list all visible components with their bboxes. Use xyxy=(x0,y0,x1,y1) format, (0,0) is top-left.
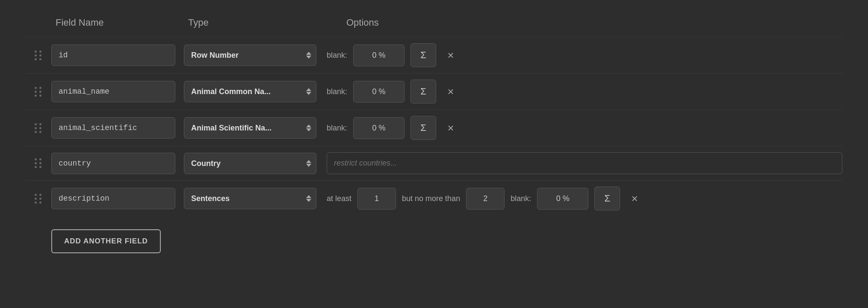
drag-handle[interactable] xyxy=(26,194,51,204)
table-row: Animal Common Na... blank: Σ × xyxy=(26,73,842,110)
type-select[interactable]: Country xyxy=(184,153,316,174)
options-area: at least but no more than blank: Σ × xyxy=(327,187,842,210)
type-header: Type xyxy=(184,17,321,28)
options-area: blank: Σ × xyxy=(327,80,842,104)
field-name-header: Field Name xyxy=(51,17,184,28)
blank-label: blank: xyxy=(327,124,347,133)
drag-handle[interactable] xyxy=(26,158,51,168)
drag-handle[interactable] xyxy=(26,123,51,133)
type-select[interactable]: Row Number xyxy=(184,44,316,66)
blank-percent-input[interactable] xyxy=(537,188,588,210)
blank-percent-input[interactable] xyxy=(353,117,404,139)
drag-dots-icon xyxy=(35,158,42,168)
type-select-wrapper: Row Number xyxy=(184,44,316,66)
options-area: blank: Σ × xyxy=(327,116,842,140)
table-row: Row Number blank: Σ × xyxy=(26,37,842,73)
schema-editor: Field Name Type Options Row Number blank… xyxy=(26,17,842,253)
sigma-button[interactable]: Σ xyxy=(410,116,436,140)
table-row: Country xyxy=(26,146,842,180)
remove-button[interactable]: × xyxy=(626,190,643,207)
header-row: Field Name Type Options xyxy=(26,17,842,37)
at-least-label: at least xyxy=(327,194,351,203)
type-select-wrapper: Animal Common Na... xyxy=(184,81,316,102)
blank-percent-input[interactable] xyxy=(353,81,404,103)
field-name-input[interactable] xyxy=(51,44,175,66)
drag-dots-icon xyxy=(35,87,42,97)
blank-percent-input[interactable] xyxy=(353,44,404,66)
type-select[interactable]: Animal Common Na... xyxy=(184,81,316,102)
table-row: Animal Scientific Na... blank: Σ × xyxy=(26,110,842,146)
drag-handle[interactable] xyxy=(26,87,51,97)
restrict-countries-input[interactable] xyxy=(327,152,842,174)
type-select-wrapper: Sentences xyxy=(184,188,316,209)
type-select-wrapper: Country xyxy=(184,153,316,174)
field-name-input[interactable] xyxy=(51,81,175,102)
drag-dots-icon xyxy=(35,194,42,204)
at-least-input[interactable] xyxy=(357,188,396,210)
field-name-input[interactable] xyxy=(51,117,175,139)
remove-button[interactable]: × xyxy=(442,119,459,136)
blank-label: blank: xyxy=(327,87,347,96)
remove-button[interactable]: × xyxy=(442,83,459,100)
options-area: blank: Σ × xyxy=(327,43,842,67)
sigma-button[interactable]: Σ xyxy=(594,187,620,210)
sigma-button[interactable]: Σ xyxy=(410,43,436,67)
sigma-button[interactable]: Σ xyxy=(410,80,436,104)
blank-label: blank: xyxy=(511,194,531,203)
field-name-input[interactable] xyxy=(51,188,175,209)
field-name-input[interactable] xyxy=(51,153,175,174)
options-area xyxy=(327,152,842,174)
drag-handle[interactable] xyxy=(26,50,51,60)
no-more-than-input[interactable] xyxy=(466,188,505,210)
type-select-wrapper: Animal Scientific Na... xyxy=(184,117,316,139)
drag-dots-icon xyxy=(35,50,42,60)
type-select[interactable]: Animal Scientific Na... xyxy=(184,117,316,139)
blank-label: blank: xyxy=(327,51,347,60)
options-header: Options xyxy=(321,17,842,28)
remove-button[interactable]: × xyxy=(442,47,459,64)
add-another-field-button[interactable]: ADD ANOTHER FIELD xyxy=(51,229,161,253)
table-row: Sentences at least but no more than blan… xyxy=(26,180,842,216)
but-no-more-label: but no more than xyxy=(402,194,460,203)
drag-dots-icon xyxy=(35,123,42,133)
type-select[interactable]: Sentences xyxy=(184,188,316,209)
